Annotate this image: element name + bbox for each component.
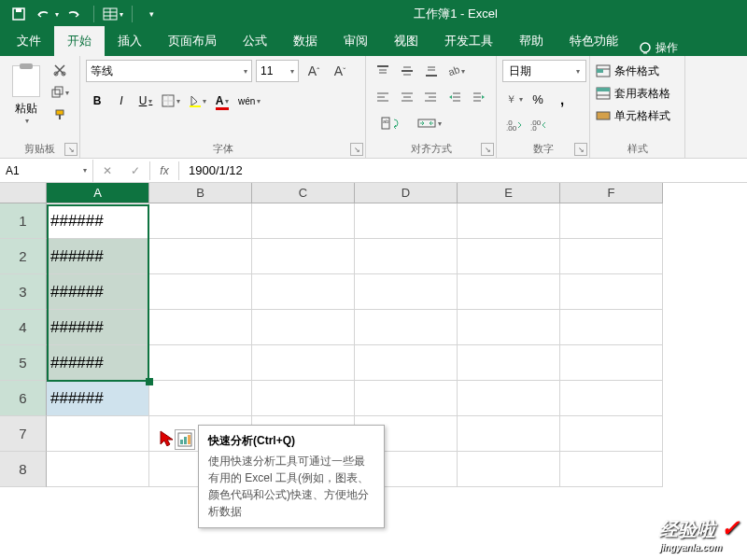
row-header-5[interactable]: 5 <box>0 345 47 381</box>
increase-decimal-icon[interactable]: .0.00 <box>502 114 525 136</box>
cell-E3[interactable] <box>458 274 560 310</box>
cell-D2[interactable] <box>355 239 458 274</box>
number-format-combo[interactable]: 日期▾ <box>502 60 586 82</box>
formula-bar[interactable]: 1900/1/12 <box>179 163 747 177</box>
align-bottom-icon[interactable] <box>420 60 443 82</box>
tab-insert[interactable]: 插入 <box>105 26 155 56</box>
fill-handle[interactable] <box>146 378 153 385</box>
copy-icon[interactable]: ▾ <box>49 82 71 103</box>
percent-icon[interactable]: % <box>527 88 549 110</box>
align-top-icon[interactable] <box>372 60 394 82</box>
font-name-combo[interactable]: 等线▾ <box>86 60 252 82</box>
phonetic-icon[interactable]: wén▾ <box>235 90 263 112</box>
cell-B4[interactable] <box>149 310 252 345</box>
number-dialog-icon[interactable]: ↘ <box>574 143 587 156</box>
cell-A8[interactable] <box>47 452 149 487</box>
italic-button[interactable]: I <box>110 90 133 112</box>
tab-data[interactable]: 数据 <box>280 26 331 56</box>
table-format-button[interactable]: 套用表格格 <box>596 82 679 105</box>
tab-home[interactable]: 开始 <box>54 26 105 56</box>
align-left-icon[interactable] <box>372 86 394 108</box>
cell-F3[interactable] <box>560 274 663 310</box>
row-header-7[interactable]: 7 <box>0 416 47 452</box>
row-header-6[interactable]: 6 <box>0 381 47 416</box>
col-header-E[interactable]: E <box>458 183 560 203</box>
cell-B5[interactable] <box>149 345 252 381</box>
cell-F7[interactable] <box>560 416 663 452</box>
tell-me[interactable]: 操作 <box>631 40 685 56</box>
cancel-formula-icon[interactable]: ✕ <box>93 160 121 182</box>
align-right-icon[interactable] <box>420 86 443 108</box>
merge-icon[interactable]: ▾ <box>411 112 448 134</box>
cell-B6[interactable] <box>149 381 252 416</box>
col-header-C[interactable]: C <box>252 183 355 203</box>
cell-A2[interactable]: ###### <box>47 239 149 274</box>
confirm-formula-icon[interactable]: ✓ <box>121 160 149 182</box>
cell-B2[interactable] <box>149 239 252 274</box>
cell-F2[interactable] <box>560 239 663 274</box>
bold-button[interactable]: B <box>86 90 108 112</box>
tab-file[interactable]: 文件 <box>4 26 54 56</box>
cell-F5[interactable] <box>560 345 663 381</box>
cell-C2[interactable] <box>252 239 355 274</box>
cell-E5[interactable] <box>458 345 560 381</box>
cell-E8[interactable] <box>458 452 560 487</box>
cell-A5[interactable]: ###### <box>47 345 149 381</box>
cell-D5[interactable] <box>355 345 458 381</box>
tab-dev[interactable]: 开发工具 <box>431 26 506 56</box>
cell-C4[interactable] <box>252 310 355 345</box>
undo-icon[interactable]: ▾ <box>34 3 60 25</box>
decrease-font-icon[interactable]: Aˇ <box>329 60 351 82</box>
clipboard-dialog-icon[interactable]: ↘ <box>64 143 78 156</box>
cell-E7[interactable] <box>458 416 560 452</box>
cell-E4[interactable] <box>458 310 560 345</box>
save-icon[interactable] <box>6 3 32 25</box>
cell-F6[interactable] <box>560 381 663 416</box>
align-dialog-icon[interactable]: ↘ <box>481 143 494 156</box>
tab-special[interactable]: 特色功能 <box>557 26 631 56</box>
row-header-1[interactable]: 1 <box>0 203 47 239</box>
cell-B3[interactable] <box>149 274 252 310</box>
decrease-decimal-icon[interactable]: .00.0 <box>527 114 549 136</box>
increase-indent-icon[interactable] <box>468 86 490 108</box>
format-painter-icon[interactable] <box>49 105 71 125</box>
cell-A7[interactable] <box>47 416 149 452</box>
font-dialog-icon[interactable]: ↘ <box>350 143 363 156</box>
font-color-icon[interactable]: A▾ <box>211 90 233 112</box>
cell-E2[interactable] <box>458 239 560 274</box>
comma-icon[interactable]: , <box>551 88 573 110</box>
underline-button[interactable]: U▾ <box>134 90 157 112</box>
row-header-2[interactable]: 2 <box>0 239 47 274</box>
cell-C1[interactable] <box>252 203 355 239</box>
font-size-combo[interactable]: 11▾ <box>256 60 299 82</box>
tab-help[interactable]: 帮助 <box>506 26 557 56</box>
qat-customize-icon[interactable]: ▾ <box>138 3 164 25</box>
cell-D4[interactable] <box>355 310 458 345</box>
fx-icon[interactable]: fx <box>149 161 179 180</box>
redo-icon[interactable] <box>62 3 88 25</box>
cut-icon[interactable] <box>49 60 71 80</box>
cell-A3[interactable]: ###### <box>47 274 149 310</box>
cell-A6[interactable]: ###### <box>47 381 149 416</box>
cell-F8[interactable] <box>560 452 663 487</box>
tab-formula[interactable]: 公式 <box>230 26 280 56</box>
name-box[interactable]: A1▾ <box>0 160 93 182</box>
cell-A1[interactable]: ###### <box>47 203 149 239</box>
row-header-4[interactable]: 4 <box>0 310 47 345</box>
cell-C3[interactable] <box>252 274 355 310</box>
col-header-B[interactable]: B <box>149 183 252 203</box>
increase-font-icon[interactable]: Aˆ <box>303 60 325 82</box>
quick-analysis-button[interactable] <box>175 429 195 450</box>
accounting-icon[interactable]: ￥▾ <box>502 88 525 110</box>
cell-A4[interactable]: ###### <box>47 310 149 345</box>
cell-D1[interactable] <box>355 203 458 239</box>
conditional-format-button[interactable]: 条件格式 <box>596 60 679 82</box>
cell-C6[interactable] <box>252 381 355 416</box>
align-center-icon[interactable] <box>396 86 418 108</box>
col-header-F[interactable]: F <box>560 183 663 203</box>
cell-F1[interactable] <box>560 203 663 239</box>
tab-layout[interactable]: 页面布局 <box>155 26 230 56</box>
table-icon[interactable]: ▾ <box>100 3 126 25</box>
decrease-indent-icon[interactable] <box>444 86 466 108</box>
cell-E6[interactable] <box>458 381 560 416</box>
